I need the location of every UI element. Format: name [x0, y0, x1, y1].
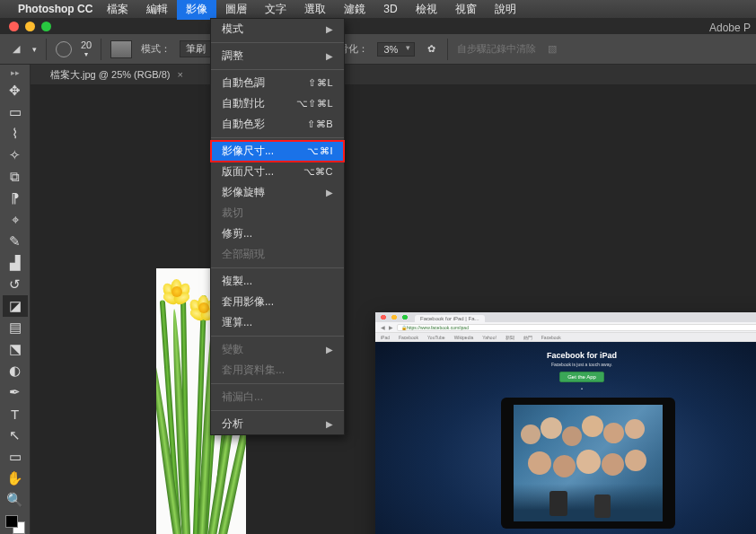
menu-item[interactable]: 分析▶: [211, 414, 344, 434]
bookmark-item[interactable]: YouTube: [427, 335, 445, 340]
gradient-tool[interactable]: ▤: [3, 318, 28, 338]
minimize-button[interactable]: [25, 22, 35, 31]
bookmarks-bar: iPad Facebook YouTube Wikipedia Yahoo! 新…: [375, 333, 756, 342]
menu-item[interactable]: 調整▶: [211, 46, 344, 66]
menu-file[interactable]: 檔案: [98, 0, 137, 20]
blur-tool[interactable]: ⬔: [3, 339, 28, 360]
menu-item: 套用資料集...: [211, 360, 344, 381]
tools-panel: ▸▸ ✥ ▭ ⌇ ✧ ⧉ ⁋ ⌖ ✎ ▟ ↺ ◪ ▤ ⬔ ◐ ✒ T ↖ ▭ ✋…: [0, 65, 31, 534]
bookmark-item[interactable]: 新聞: [505, 335, 514, 340]
browser-tab[interactable]: Facebook for iPad | Fa...: [415, 315, 485, 322]
menu-item[interactable]: 運算...: [211, 312, 344, 333]
bookmark-item[interactable]: Facebook: [399, 335, 418, 340]
eyedropper-tool[interactable]: ⁋: [3, 188, 28, 208]
dodge-tool[interactable]: ◐: [3, 361, 28, 381]
gear-icon[interactable]: ✿: [424, 42, 438, 57]
menu-item: 變數▶: [211, 339, 344, 360]
canvas-area[interactable]: Facebook for iPad | Fa... ◀ ▶ 🔒 https://…: [31, 84, 756, 534]
history-brush-tool[interactable]: ↺: [3, 274, 28, 294]
hero-subtitle: Facebook is just a touch away.: [375, 362, 756, 367]
marquee-tool[interactable]: ▭: [3, 101, 28, 122]
menu-item: 補漏白...: [211, 387, 344, 407]
menu-item[interactable]: 套用影像...: [211, 292, 344, 312]
bookmark-item[interactable]: iPad: [381, 335, 390, 340]
hero-section: Facebook for iPad Facebook is just a tou…: [375, 342, 756, 534]
brush-size-value: 20: [81, 39, 92, 50]
brush-panel-icon[interactable]: [110, 40, 132, 58]
menu-help[interactable]: 說明: [486, 0, 525, 20]
forward-icon[interactable]: ▶: [389, 324, 393, 330]
color-swatches[interactable]: [5, 515, 25, 534]
menu-type[interactable]: 文字: [256, 0, 295, 20]
menu-item: 全部顯現: [211, 244, 344, 265]
menu-item[interactable]: 複製...: [211, 271, 344, 292]
pen-tool[interactable]: ✒: [3, 382, 28, 403]
close-icon[interactable]: ×: [177, 69, 182, 80]
hand-tool[interactable]: ✋: [3, 468, 28, 489]
hero-title: Facebook for iPad: [375, 351, 756, 360]
ipad-mockup: [501, 398, 675, 529]
address-bar[interactable]: 🔒 https://www.facebook.com/ipad: [397, 324, 756, 331]
app-name: Photoshop CC: [18, 3, 92, 15]
history-source-field: 自步驟記錄中清除: [457, 42, 536, 56]
menu-view[interactable]: 檢視: [407, 0, 446, 20]
crop-tool[interactable]: ⧉: [3, 166, 28, 187]
browser-tabs: Facebook for iPad | Fa...: [375, 312, 756, 322]
eraser-tool[interactable]: ◪: [3, 295, 28, 316]
history-thumb-icon: ▧: [545, 42, 559, 57]
menu-item[interactable]: 影像尺寸...⌥⌘I: [211, 141, 344, 162]
bookmark-item[interactable]: 熱門: [523, 335, 532, 340]
menu-item[interactable]: 自動色調⇧⌘L: [211, 73, 344, 93]
shape-tool[interactable]: ▭: [3, 447, 28, 468]
back-icon[interactable]: ◀: [381, 324, 385, 330]
document-tabs: 檔案大.jpg @ 25% (RGB/8)×: [31, 65, 756, 84]
brush-tool[interactable]: ✎: [3, 231, 28, 251]
menu-edit[interactable]: 編輯: [137, 0, 177, 20]
zoom-tool[interactable]: 🔍: [3, 490, 28, 511]
safari-window: Facebook for iPad | Fa... ◀ ▶ 🔒 https://…: [375, 312, 756, 534]
menu-select[interactable]: 選取: [295, 0, 335, 20]
menu-image[interactable]: 影像: [177, 0, 216, 20]
browser-toolbar: ◀ ▶ 🔒 https://www.facebook.com/ipad ⟳: [375, 322, 756, 333]
path-tool[interactable]: ↖: [3, 425, 28, 446]
options-bar: ◢ ▾ 20▾ 模式： 筆刷 100% ✔︎ 平滑化： 3% ✿ 自步驟記錄中清…: [0, 34, 756, 65]
menu-item[interactable]: 自動對比⌥⇧⌘L: [211, 93, 344, 114]
menu-item[interactable]: 修剪...: [211, 223, 344, 244]
lasso-tool[interactable]: ⌇: [3, 123, 28, 144]
menu-item[interactable]: 模式▶: [211, 19, 344, 39]
document-tab[interactable]: 檔案大.jpg @ 25% (RGB/8)×: [41, 66, 192, 84]
bookmark-item[interactable]: Yahoo!: [482, 335, 496, 340]
smooth-combo[interactable]: 3%: [377, 42, 415, 57]
menu-item: 裁切: [211, 203, 344, 223]
app-right-title: Adobe P: [709, 22, 751, 34]
brush-preview-icon[interactable]: [56, 41, 72, 57]
menu-layer[interactable]: 圖層: [216, 0, 256, 20]
menu-item[interactable]: 影像旋轉▶: [211, 182, 344, 203]
move-tool[interactable]: ✥: [3, 80, 28, 101]
menu-window[interactable]: 視窗: [446, 0, 486, 20]
window-chrome: [0, 18, 756, 34]
type-tool[interactable]: T: [3, 404, 28, 425]
get-app-button[interactable]: Get the App: [559, 372, 604, 382]
stamp-tool[interactable]: ▟: [3, 252, 28, 273]
eraser-tool-icon: ◢: [9, 42, 23, 57]
maximize-button[interactable]: [41, 22, 51, 31]
wand-tool[interactable]: ✧: [3, 144, 28, 165]
image-menu-dropdown: 模式▶調整▶自動色調⇧⌘L自動對比⌥⇧⌘L自動色彩⇧⌘B影像尺寸...⌥⌘I版面…: [210, 18, 345, 435]
bookmark-item[interactable]: Wikipedia: [454, 335, 474, 340]
healing-tool[interactable]: ⌖: [3, 209, 28, 230]
menu-item[interactable]: 自動色彩⇧⌘B: [211, 114, 344, 135]
mac-menubar: Photoshop CC 檔案 編輯 影像 圖層 文字 選取 濾鏡 3D 檢視 …: [0, 0, 756, 18]
menu-filter[interactable]: 濾鏡: [335, 0, 374, 20]
mode-label: 模式：: [141, 42, 171, 56]
bookmark-item[interactable]: Facebook: [541, 335, 561, 340]
menu-item[interactable]: 版面尺寸...⌥⌘C: [211, 162, 344, 182]
menu-3d[interactable]: 3D: [374, 0, 406, 18]
close-button[interactable]: [9, 22, 19, 31]
